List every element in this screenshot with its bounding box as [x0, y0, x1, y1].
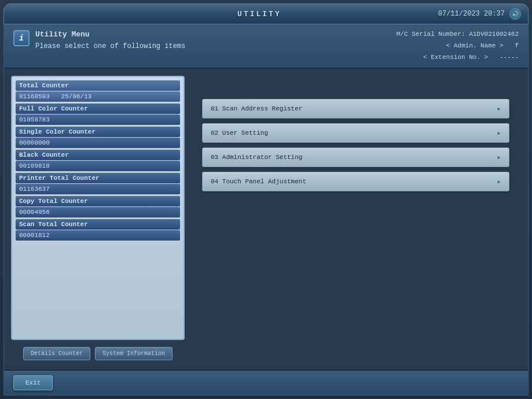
scan-address-register-button[interactable]: 01 Scan Address Register	[202, 99, 509, 119]
title-bar-right: 07/11/2023 20:37 🔊	[438, 8, 521, 20]
footer: Exit	[4, 370, 528, 395]
list-item[interactable]: Copy Total Counter	[16, 196, 180, 206]
menu-title: Utility Menu	[35, 29, 185, 41]
counter-list: Total Counter 01168593 25/06/13 Full Col…	[16, 80, 180, 335]
user-setting-button[interactable]: 02 User Setting	[202, 123, 509, 143]
admin-name-line: < Admin. Name > f	[397, 40, 519, 52]
body-area: Total Counter 01168593 25/06/13 Full Col…	[4, 69, 528, 370]
header-right: M/C Serial Number: A1DV021002462 < Admin…	[397, 29, 519, 63]
right-panel: 01 Scan Address Register 02 User Setting…	[190, 76, 521, 363]
speaker-icon[interactable]: 🔊	[509, 8, 521, 20]
exit-button[interactable]: Exit	[13, 375, 53, 390]
list-item[interactable]: Printer Total Counter	[16, 173, 180, 183]
list-item[interactable]: 01058783	[16, 114, 180, 125]
screen: UTILITY 07/11/2023 20:37 🔊 i Utility Men…	[0, 0, 532, 399]
left-panel: Total Counter 01168593 25/06/13 Full Col…	[11, 76, 185, 363]
list-item[interactable]: 00000000	[16, 138, 180, 148]
list-item[interactable]: Single Color Counter	[16, 127, 180, 137]
list-item[interactable]: 00001812	[16, 230, 180, 241]
header-info: i Utility Menu Please select one of foll…	[4, 24, 528, 69]
serial-label: M/C Serial Number:	[397, 31, 465, 38]
admin-label: < Admin. Name >	[446, 42, 504, 49]
list-item[interactable]: 01163637	[16, 184, 180, 194]
list-item[interactable]: 00004956	[16, 207, 180, 217]
serial-number-line: M/C Serial Number: A1DV021002462	[397, 29, 519, 40]
list-item[interactable]: Black Counter	[16, 150, 180, 160]
counter-list-container: Total Counter 01168593 25/06/13 Full Col…	[11, 76, 185, 340]
list-item[interactable]: Total Counter	[16, 80, 180, 91]
administrator-setting-button[interactable]: 03 Administrator Setting	[202, 147, 509, 167]
list-item[interactable]: Full Color Counter	[16, 104, 180, 114]
list-item[interactable]: 00109810	[16, 161, 180, 171]
list-item[interactable]: 01168593 25/06/13	[16, 91, 180, 102]
bottom-buttons: Details Counter System Information	[11, 345, 185, 363]
header-text: Utility Menu Please select one of follow…	[35, 29, 185, 52]
header-left: i Utility Menu Please select one of foll…	[13, 29, 397, 63]
list-item[interactable]: Scan Total Counter	[16, 219, 180, 230]
extension-value: -----	[500, 54, 519, 61]
system-information-button[interactable]: System Information	[95, 347, 173, 360]
touch-panel-adjustment-button[interactable]: 04 Touch Panel Adjustment	[202, 172, 509, 191]
serial-value: A1DV021002462	[469, 31, 519, 38]
main-content: i Utility Menu Please select one of foll…	[3, 24, 529, 396]
details-counter-button[interactable]: Details Counter	[23, 347, 90, 360]
title-bar: UTILITY 07/11/2023 20:37 🔊	[3, 3, 529, 24]
datetime-label: 07/11/2023 20:37	[438, 10, 505, 18]
menu-subtitle: Please select one of following items	[35, 41, 185, 52]
admin-value: f	[515, 42, 519, 49]
extension-label: < Extension No. >	[423, 54, 488, 61]
title-bar-title: UTILITY	[237, 10, 281, 19]
info-icon: i	[13, 30, 30, 46]
extension-line: < Extension No. > -----	[397, 52, 519, 64]
